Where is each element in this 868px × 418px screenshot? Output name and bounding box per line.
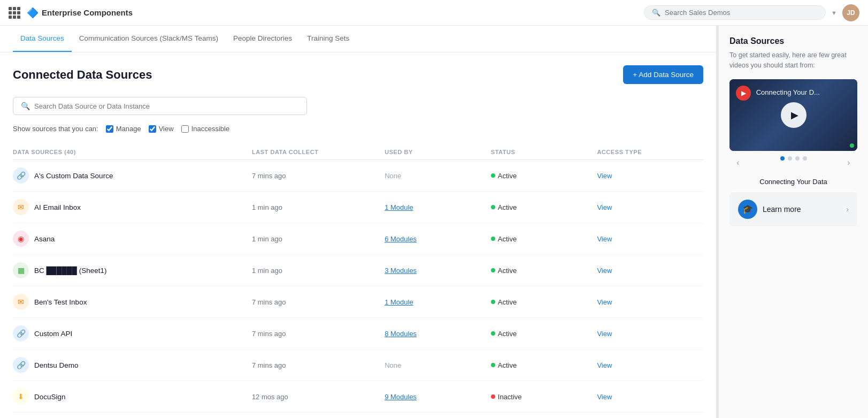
carousel-dot-2[interactable] (788, 156, 792, 161)
status-text: Active (498, 298, 517, 306)
video-thumbnail[interactable]: ▶ Connecting Your D... (729, 79, 857, 151)
table-row: 🔗 Custom API 7 mins ago 8 Modules Active… (13, 318, 703, 349)
access-type[interactable]: View (597, 329, 703, 338)
status-dot (491, 237, 495, 241)
access-link[interactable]: View (597, 393, 612, 401)
carousel-dots (780, 156, 807, 161)
avatar[interactable]: JD (842, 4, 859, 21)
source-icon: 🔗 (13, 168, 29, 184)
source-name: 🔗 Custom API (13, 325, 252, 341)
status-text: Inactive (498, 393, 522, 401)
carousel-next[interactable]: › (842, 156, 855, 169)
last-collect: 12 mos ago (252, 393, 385, 401)
used-by[interactable]: 1 Module (385, 298, 491, 306)
access-link[interactable]: View (597, 361, 612, 369)
tab-communication-sources[interactable]: Communication Sources (Slack/MS Teams) (72, 26, 226, 52)
status-text: Active (498, 267, 517, 275)
source-icon: ◉ (13, 231, 29, 247)
used-by[interactable]: 6 Modules (385, 234, 491, 243)
sidebar-title: Data Sources (729, 36, 857, 46)
filter-manage[interactable]: Manage (106, 125, 141, 133)
access-type[interactable]: View (597, 234, 703, 243)
source-icon: ▦ (13, 262, 29, 278)
source-name: ⬇ DocuSign (13, 389, 252, 405)
table-row: ⬇ DocuSign 12 mos ago 9 Modules Inactive… (13, 381, 703, 413)
status-text: Active (498, 330, 517, 338)
access-type[interactable]: View (597, 361, 703, 369)
source-name: ◉ Asana (13, 231, 252, 247)
access-type[interactable]: View (597, 171, 703, 180)
source-name: 🔗 A's Custom Data Source (13, 168, 252, 184)
status: Active (491, 298, 597, 306)
source-name: ✉ Ben's Test Inbox (13, 294, 252, 310)
access-type[interactable]: View (597, 266, 703, 275)
sidebar: Data Sources To get started easily, here… (718, 26, 868, 418)
nav-right: 🔍 ▼ JD (644, 4, 859, 21)
used-by: None (385, 171, 491, 180)
carousel-dot-1[interactable] (780, 156, 785, 161)
last-collect: 1 min ago (252, 235, 385, 243)
used-by[interactable]: 3 Modules (385, 266, 491, 275)
used-by[interactable]: 9 Modules (385, 392, 491, 401)
page-content: Connected Data Sources + Add Data Source… (0, 52, 716, 418)
used-by-link[interactable]: 8 Modules (385, 330, 417, 338)
tab-training-sets[interactable]: Training Sets (299, 26, 357, 52)
filter-row: Show sources that you can: Manage View I… (13, 125, 703, 133)
global-search[interactable]: 🔍 (644, 5, 826, 20)
sidebar-subtitle: To get started easily, here are few grea… (729, 50, 857, 71)
table-row: 🔗 Dentsu Demo 7 mins ago None Active Vie… (13, 349, 703, 381)
last-collect: 1 min ago (252, 267, 385, 275)
learn-icon: 🎓 (738, 200, 757, 219)
source-icon: ✉ (13, 294, 29, 310)
source-name-text: Custom API (34, 330, 72, 338)
status-dot (491, 331, 495, 336)
access-link[interactable]: View (597, 235, 612, 243)
add-data-source-button[interactable]: + Add Data Source (623, 65, 703, 84)
table-row: ▦ BC ██████ (Sheet1) 1 min ago 3 Modules… (13, 255, 703, 286)
play-button[interactable] (781, 102, 806, 128)
learn-more-arrow-icon: › (846, 205, 849, 214)
access-type[interactable]: View (597, 392, 703, 401)
used-by-link[interactable]: 6 Modules (385, 235, 417, 243)
used-by-link[interactable]: 1 Module (385, 203, 413, 211)
search-input[interactable] (665, 9, 818, 17)
status-text: Active (498, 172, 517, 180)
access-link[interactable]: View (597, 330, 612, 338)
col-used-by: USED BY (385, 149, 491, 155)
carousel-prev[interactable]: ‹ (732, 156, 744, 169)
grid-menu-icon[interactable] (9, 7, 20, 19)
source-name-text: BC ██████ (Sheet1) (34, 267, 106, 275)
status: Inactive (491, 393, 597, 401)
chevron-down-icon[interactable]: ▼ (831, 10, 837, 16)
source-name-text: Ben's Test Inbox (34, 298, 87, 306)
status-text: Active (498, 203, 517, 211)
used-by[interactable]: 1 Module (385, 203, 491, 211)
tab-people-directories[interactable]: People Directories (226, 26, 299, 52)
access-type[interactable]: View (597, 298, 703, 306)
access-type[interactable]: View (597, 203, 703, 211)
access-link[interactable]: View (597, 298, 612, 306)
used-by-link[interactable]: 1 Module (385, 298, 413, 306)
carousel-dot-4[interactable] (803, 156, 807, 161)
access-link[interactable]: View (597, 203, 612, 211)
access-link[interactable]: View (597, 267, 612, 275)
used-by-link[interactable]: 9 Modules (385, 393, 417, 401)
filter-view[interactable]: View (149, 125, 174, 133)
learn-more-label: Learn more (763, 205, 801, 214)
used-by-link[interactable]: 3 Modules (385, 267, 417, 275)
filter-manage-label: Manage (116, 125, 141, 133)
access-link[interactable]: View (597, 172, 612, 180)
table-row: ✉ Ben's Test Inbox 7 mins ago 1 Module A… (13, 286, 703, 318)
video-caption: Connecting Your Data (729, 178, 857, 186)
table-row: 🔗 A's Custom Data Source 7 mins ago None… (13, 160, 703, 192)
learn-more-card[interactable]: 🎓 Learn more › (729, 192, 857, 226)
filter-inaccessible[interactable]: Inaccessible (181, 125, 230, 133)
used-by[interactable]: 8 Modules (385, 329, 491, 338)
search-input[interactable] (34, 102, 299, 110)
tab-data-sources[interactable]: Data Sources (13, 26, 72, 52)
last-collect: 7 mins ago (252, 172, 385, 180)
source-name: ✉ AI Email Inbox (13, 199, 252, 215)
data-source-search[interactable]: 🔍 (13, 97, 307, 115)
carousel-dot-3[interactable] (795, 156, 800, 161)
source-name-text: Asana (34, 235, 55, 243)
